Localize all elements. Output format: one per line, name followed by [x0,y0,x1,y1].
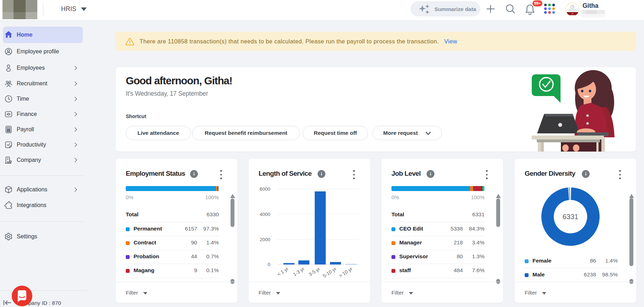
svg-text:6331: 6331 [563,213,579,221]
svg-text:2000: 2000 [260,237,270,242]
svg-text:0: 0 [267,262,270,267]
svg-text:< 1 yr: < 1 yr [276,266,289,277]
svg-text:4000: 4000 [260,212,270,217]
svg-text:1-3 yr: 1-3 yr [292,266,306,277]
svg-text:> 10 yr: > 10 yr [338,266,354,279]
svg-text:6000: 6000 [260,186,270,192]
svg-text:3-5 yr: 3-5 yr [308,266,321,277]
svg-text:5-10 yr: 5-10 yr [322,266,337,279]
